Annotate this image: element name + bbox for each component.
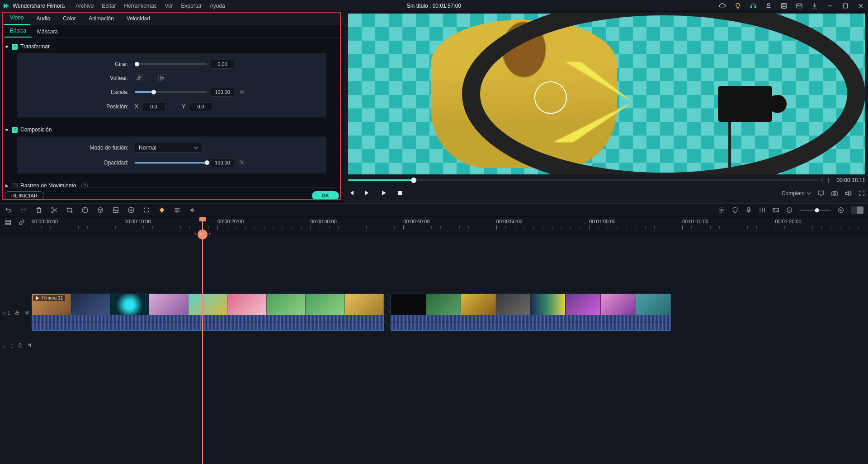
timeline-ruler[interactable]: 00:00:00:0000:00:10:0000:00:20:0000:00:3… (32, 217, 868, 235)
opacity-slider[interactable] (135, 162, 207, 164)
zoom-in-icon[interactable] (837, 206, 844, 214)
section-transform-body: Girar: Voltear: Escala: % Pos (17, 53, 326, 117)
property-sub-tabs: Básica Máscara (0, 25, 344, 38)
marker-shield-icon[interactable] (731, 206, 739, 214)
render-icon[interactable] (718, 206, 725, 214)
pos-x-input[interactable] (142, 102, 165, 111)
blend-mode-dropdown[interactable]: Normal (135, 143, 203, 153)
download-icon[interactable] (810, 1, 819, 10)
mark-in-icon[interactable]: { (821, 177, 824, 183)
rotate-input[interactable] (211, 60, 234, 69)
display-icon[interactable] (817, 190, 825, 197)
subtab-mascara[interactable]: Máscara (32, 26, 63, 37)
menu-editar[interactable]: Editar (102, 3, 116, 9)
greenscreen-icon[interactable] (112, 206, 119, 214)
split-icon[interactable] (51, 206, 58, 214)
tab-velocidad[interactable]: Velocidad (120, 12, 156, 25)
flip-vertical-button[interactable] (158, 74, 166, 82)
pos-y-input[interactable] (189, 102, 212, 111)
cloud-icon[interactable] (718, 1, 727, 10)
detect-icon[interactable] (143, 206, 150, 214)
undo-icon[interactable] (5, 206, 12, 214)
preview-scrubber[interactable] (348, 179, 818, 181)
tab-audio[interactable]: Audio (30, 12, 57, 25)
composition-checkbox[interactable] (12, 127, 18, 133)
lightbulb-icon[interactable] (733, 1, 742, 10)
opacity-input[interactable] (211, 158, 234, 167)
opacity-label: Opacidad: (27, 159, 131, 166)
menu-ayuda[interactable]: Ayuda (210, 3, 225, 9)
flip-horizontal-button[interactable] (135, 74, 143, 82)
zoom-slider[interactable] (799, 210, 831, 211)
freeze-icon[interactable] (127, 206, 135, 214)
user-icon[interactable] (764, 1, 773, 10)
playback-quality-dropdown[interactable]: Completo (782, 190, 811, 197)
ok-button[interactable]: OK (312, 191, 340, 200)
next-frame-button[interactable] (364, 190, 371, 197)
tab-animacion[interactable]: Animación (82, 12, 120, 25)
menu-archivo[interactable]: Archivo (75, 3, 94, 9)
motion-checkbox[interactable] (12, 183, 18, 187)
section-transform-label: Transformar (20, 43, 50, 50)
property-sections: Transformar Girar: Voltear: Escala: (0, 38, 344, 187)
mixer-icon[interactable] (759, 206, 766, 214)
tab-video[interactable]: Video (4, 11, 30, 25)
keyframe-icon[interactable] (158, 206, 165, 214)
zoom-out-icon[interactable] (786, 206, 793, 214)
section-motion-header[interactable]: Rastreo de Movimiento ? (4, 179, 340, 187)
mail-icon[interactable] (795, 1, 804, 10)
minimize-button[interactable] (826, 1, 835, 10)
scale-input[interactable] (211, 88, 234, 97)
snapshot-icon[interactable] (831, 190, 838, 197)
visibility-icon[interactable] (24, 310, 30, 316)
voiceover-icon[interactable] (745, 206, 752, 214)
scale-slider[interactable] (135, 91, 207, 93)
save-icon[interactable] (779, 1, 788, 10)
crop-icon[interactable] (66, 206, 73, 214)
fullscreen-icon[interactable] (858, 190, 865, 197)
section-transform-header[interactable]: Transformar (4, 40, 340, 53)
track-area[interactable]: Filmora 11 (32, 235, 868, 464)
maximize-button[interactable] (841, 1, 850, 10)
lock-icon[interactable] (18, 342, 23, 349)
video-clip[interactable] (391, 294, 671, 331)
section-composition-header[interactable]: Composición (4, 123, 340, 136)
stop-button[interactable] (397, 190, 403, 197)
volume-icon[interactable] (844, 190, 852, 197)
headphone-icon[interactable] (749, 1, 758, 10)
menubar: Archivo Editar Herramientas Ver Exportar… (75, 3, 225, 9)
audio-sync-icon[interactable] (189, 206, 196, 214)
menu-exportar[interactable]: Exportar (181, 3, 202, 9)
position-label: Posición: (27, 103, 131, 110)
preview-viewport[interactable] (348, 14, 865, 174)
lock-icon[interactable] (14, 310, 20, 316)
menu-ver[interactable]: Ver (165, 3, 173, 9)
close-button[interactable] (856, 1, 865, 10)
ratio-icon[interactable] (772, 206, 779, 214)
speed-icon[interactable] (81, 206, 89, 214)
adjust-icon[interactable] (174, 206, 181, 214)
timeline-tracks: ▷ 1 ♫ 1 Filmora 11 (0, 235, 868, 464)
redo-icon[interactable] (20, 206, 27, 214)
tab-color[interactable]: Color (57, 12, 82, 25)
help-icon[interactable]: ? (81, 183, 88, 187)
delete-icon[interactable] (35, 206, 42, 214)
color-icon[interactable] (97, 206, 104, 214)
subtab-basica[interactable]: Básica (5, 25, 32, 37)
transform-checkbox[interactable] (12, 44, 18, 50)
reset-button[interactable]: REINICIAR (5, 191, 44, 200)
section-composition-label: Composición (20, 127, 52, 133)
audio-track-num: 1 (11, 343, 14, 348)
rotate-slider[interactable] (135, 63, 207, 65)
play-button[interactable] (381, 190, 387, 197)
link-icon[interactable] (18, 219, 25, 226)
timeline-view-toggle[interactable] (851, 206, 863, 214)
ruler-time-label: 00:00:50:00 (496, 219, 523, 224)
timeline-options-icon[interactable] (5, 219, 12, 226)
video-clip[interactable]: Filmora 11 (32, 294, 384, 331)
tracking-marker[interactable] (534, 81, 567, 114)
mark-out-icon[interactable]: } (827, 177, 830, 183)
video-track-label: ▷ 1 (3, 311, 10, 316)
prev-frame-button[interactable] (348, 190, 354, 197)
menu-herramientas[interactable]: Herramientas (124, 3, 157, 9)
